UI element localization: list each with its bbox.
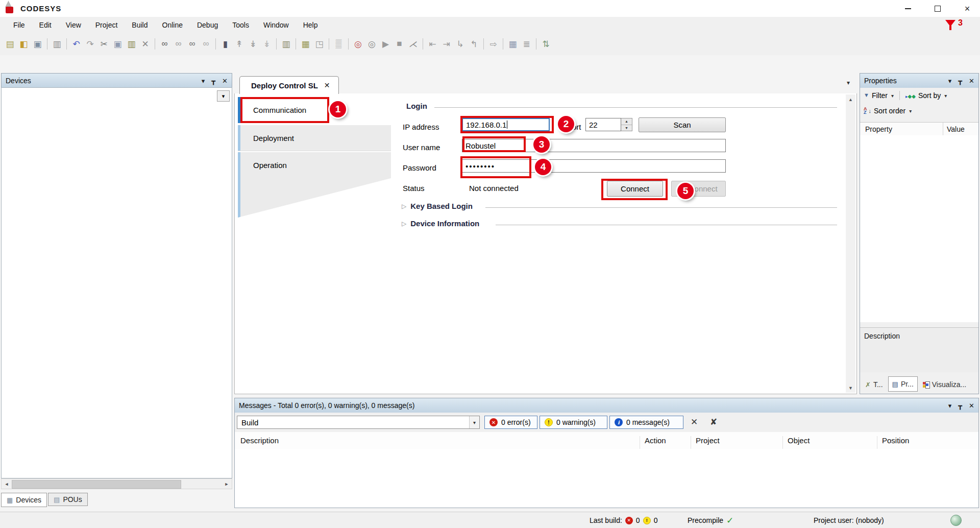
tab-deploy-control-sl[interactable]: Deploy Control SL ✕ [239, 76, 339, 94]
refresh-icon[interactable]: ⇅ [539, 37, 553, 51]
messages-filter-button[interactable]: i 0 message(s) [609, 416, 683, 429]
step-into-icon[interactable]: ⇥ [439, 37, 453, 51]
properties-dropdown-icon[interactable]: ▾ [948, 77, 952, 85]
clear-all-messages-icon[interactable]: ✘ [710, 417, 717, 427]
port-value[interactable]: 22 [585, 118, 621, 131]
clear-bookmarks-icon[interactable]: ↡ [260, 37, 274, 51]
start-icon[interactable]: ▶ [379, 37, 393, 51]
spin-up-icon[interactable]: ▲ [621, 118, 632, 125]
sort-order-button[interactable]: Sort order [874, 107, 905, 115]
filter-button[interactable]: Filter [872, 91, 888, 100]
key-based-login-expander[interactable]: ▷ Key Based Login [402, 202, 473, 210]
tab-deployment[interactable]: Deployment [238, 125, 391, 151]
replace-next-icon[interactable]: ∞ [199, 37, 213, 51]
paste-icon[interactable]: ▥ [125, 37, 138, 51]
scrollbar-thumb[interactable] [12, 480, 181, 489]
menu-item-window[interactable]: Window [256, 21, 296, 29]
menu-item-debug[interactable]: Debug [190, 21, 225, 29]
message-category-select[interactable]: Build ▾ [237, 416, 480, 429]
devices-dropdown-icon[interactable]: ▾ [202, 77, 205, 85]
toggle-bookmark-icon[interactable]: ▮ [218, 37, 232, 51]
errors-filter-button[interactable]: ✕ 0 error(s) [484, 416, 537, 429]
next-bookmark-icon[interactable]: ↡ [246, 37, 260, 51]
login-icon[interactable]: ◎ [351, 37, 365, 51]
build-icon[interactable]: ▒ [332, 37, 346, 51]
editor-vertical-scrollbar[interactable]: ▲ ▼ [846, 94, 855, 393]
sort-by-dropdown-icon[interactable]: ▾ [944, 93, 947, 99]
scroll-right-icon[interactable]: ► [222, 479, 232, 489]
print-icon[interactable]: ▥ [50, 37, 64, 51]
export-icon[interactable]: ◳ [312, 37, 326, 51]
devices-tree[interactable]: ▾ [1, 87, 232, 478]
sort-by-button[interactable]: Sort by [918, 91, 941, 100]
visualization-tab-label: Visualiza... [932, 380, 966, 389]
menu-item-tools[interactable]: Tools [225, 21, 256, 29]
new-project-icon[interactable]: ▤ [3, 37, 17, 51]
filter-dropdown-icon[interactable]: ▾ [891, 93, 894, 99]
menu-item-view[interactable]: View [59, 21, 88, 29]
close-button[interactable]: × [962, 4, 973, 13]
save-icon[interactable]: ▣ [31, 37, 44, 51]
sort-order-dropdown-icon[interactable]: ▾ [909, 108, 912, 114]
properties-close-icon[interactable]: ✕ [969, 77, 974, 85]
properties-pin-icon[interactable]: ┳ [958, 77, 962, 85]
logout-icon[interactable]: ◎ [365, 37, 379, 51]
menu-item-edit[interactable]: Edit [32, 21, 59, 29]
stop-icon[interactable]: ■ [393, 37, 406, 51]
insert-device-icon[interactable]: ▦ [299, 37, 312, 51]
tab-operation[interactable]: Operation [238, 152, 391, 178]
build-settings-icon[interactable]: ⋌ [406, 37, 420, 51]
messages-pin-icon[interactable]: ┳ [958, 402, 962, 410]
scan-button[interactable]: Scan [639, 117, 726, 132]
run-to-cursor-icon[interactable]: ↰ [467, 37, 481, 51]
devices-horizontal-scrollbar[interactable]: ◄ ► [1, 478, 232, 489]
menu-item-file[interactable]: File [6, 21, 32, 29]
devices-pin-icon[interactable]: ┳ [211, 77, 215, 85]
messages-close-icon[interactable]: ✕ [969, 402, 974, 410]
paste-special-icon[interactable]: ▥ [279, 37, 293, 51]
open-project-icon[interactable]: ◧ [17, 37, 31, 51]
find-next-icon[interactable]: ∞ [172, 37, 185, 51]
tab-toolbox[interactable]: ✗ T... [861, 377, 887, 392]
devices-view-dropdown-button[interactable]: ▾ [217, 90, 230, 102]
devices-close-icon[interactable]: ✕ [222, 77, 228, 85]
scroll-down-icon[interactable]: ▼ [846, 383, 855, 393]
tab-pous[interactable]: ▤ POUs [48, 493, 88, 506]
watch-icon[interactable]: ▦ [506, 37, 520, 51]
tab-properties[interactable]: ▤ Pr... [888, 376, 918, 392]
copy-icon[interactable]: ▣ [111, 37, 125, 51]
warnings-filter-button[interactable]: ! 0 warning(s) [540, 416, 607, 429]
messages-table-body[interactable] [235, 449, 978, 508]
scroll-up-icon[interactable]: ▲ [846, 94, 855, 104]
delete-icon[interactable]: ✕ [138, 37, 152, 51]
port-stepper[interactable]: 22 ▲ ▼ [585, 118, 632, 131]
tab-list-dropdown-icon[interactable]: ▾ [847, 79, 850, 86]
menu-item-help[interactable]: Help [296, 21, 325, 29]
find-replace-icon[interactable]: ∞ [185, 37, 199, 51]
step-over-icon[interactable]: ⇤ [426, 37, 439, 51]
tab-devices[interactable]: ▦ Devices [1, 493, 47, 507]
scroll-left-icon[interactable]: ◄ [2, 479, 12, 489]
undo-icon[interactable]: ↶ [69, 37, 83, 51]
minimize-button[interactable] [902, 4, 914, 13]
tab-visualization[interactable]: Visualiza... [919, 377, 970, 392]
combo-dropdown-icon[interactable]: ▾ [469, 416, 479, 428]
cut-icon[interactable]: ✂ [97, 37, 111, 51]
spin-down-icon[interactable]: ▼ [621, 125, 632, 131]
messages-dropdown-icon[interactable]: ▾ [948, 402, 952, 410]
previous-bookmark-icon[interactable]: ↟ [232, 37, 246, 51]
menu-item-online[interactable]: Online [155, 21, 190, 29]
device-information-expander[interactable]: ▷ Device Information [402, 219, 479, 228]
flow-control-icon[interactable]: ≣ [520, 37, 533, 51]
menu-item-build[interactable]: Build [125, 21, 155, 29]
menu-item-project[interactable]: Project [88, 21, 125, 29]
tab-close-icon[interactable]: ✕ [324, 81, 330, 89]
goto-icon[interactable]: ⇨ [486, 37, 500, 51]
restore-button[interactable] [932, 4, 943, 13]
clear-messages-icon[interactable]: ✕ [691, 417, 698, 427]
notification-alert[interactable]: 3 [945, 18, 963, 28]
find-icon[interactable]: ∞ [158, 37, 172, 51]
property-grid[interactable] [860, 135, 978, 322]
redo-icon[interactable]: ↷ [83, 37, 97, 51]
step-out-icon[interactable]: ↳ [453, 37, 467, 51]
